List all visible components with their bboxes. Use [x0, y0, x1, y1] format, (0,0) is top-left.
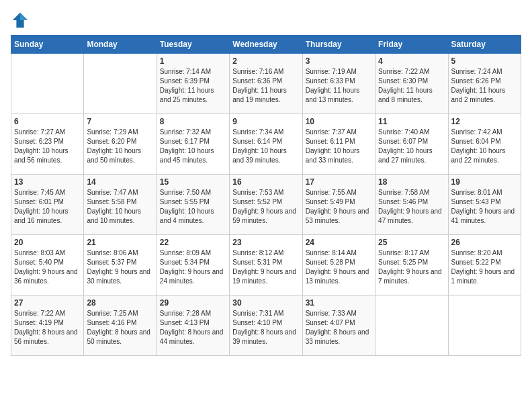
- day-number: 30: [232, 298, 299, 308]
- calendar-cell: [375, 295, 448, 356]
- day-info: Sunrise: 7:58 AM Sunset: 5:46 PM Dayligh…: [378, 188, 445, 226]
- day-info: Sunrise: 8:17 AM Sunset: 5:25 PM Dayligh…: [378, 248, 445, 286]
- calendar-cell: 13Sunrise: 7:45 AM Sunset: 6:01 PM Dayli…: [11, 175, 84, 235]
- day-info: Sunrise: 7:55 AM Sunset: 5:49 PM Dayligh…: [306, 188, 372, 226]
- day-number: 24: [306, 238, 372, 247]
- day-number: 10: [306, 117, 372, 126]
- calendar-cell: 1Sunrise: 7:14 AM Sunset: 6:39 PM Daylig…: [157, 54, 229, 114]
- calendar-week-row: 1Sunrise: 7:14 AM Sunset: 6:39 PM Daylig…: [11, 54, 521, 114]
- day-info: Sunrise: 7:34 AM Sunset: 6:14 PM Dayligh…: [232, 128, 299, 165]
- calendar-cell: 23Sunrise: 8:12 AM Sunset: 5:31 PM Dayli…: [230, 235, 302, 295]
- day-info: Sunrise: 7:37 AM Sunset: 6:11 PM Dayligh…: [306, 128, 372, 165]
- day-number: 31: [306, 298, 372, 308]
- day-number: 4: [378, 56, 445, 66]
- day-number: 16: [232, 177, 299, 187]
- day-info: Sunrise: 7:33 AM Sunset: 4:07 PM Dayligh…: [306, 309, 372, 347]
- day-number: 28: [87, 298, 153, 308]
- weekday-header: Wednesday: [230, 36, 302, 54]
- day-number: 23: [232, 238, 299, 247]
- day-info: Sunrise: 7:53 AM Sunset: 5:52 PM Dayligh…: [232, 188, 299, 226]
- day-number: 11: [378, 117, 445, 126]
- calendar-cell: 14Sunrise: 7:47 AM Sunset: 5:58 PM Dayli…: [84, 175, 157, 235]
- day-number: 27: [14, 298, 81, 308]
- page-header: [11, 11, 521, 30]
- weekday-header: Friday: [375, 36, 448, 54]
- day-info: Sunrise: 7:19 AM Sunset: 6:33 PM Dayligh…: [306, 67, 372, 105]
- weekday-header: Monday: [84, 36, 157, 54]
- calendar-cell: 9Sunrise: 7:34 AM Sunset: 6:14 PM Daylig…: [230, 114, 302, 175]
- calendar-cell: 16Sunrise: 7:53 AM Sunset: 5:52 PM Dayli…: [230, 175, 302, 235]
- calendar-cell: 3Sunrise: 7:19 AM Sunset: 6:33 PM Daylig…: [302, 54, 375, 114]
- day-number: 13: [14, 177, 81, 187]
- weekday-header: Sunday: [11, 36, 84, 54]
- calendar-cell: 28Sunrise: 7:25 AM Sunset: 4:16 PM Dayli…: [84, 295, 157, 356]
- calendar-cell: [11, 54, 84, 114]
- weekday-header: Thursday: [302, 36, 375, 54]
- svg-marker-1: [20, 13, 28, 20]
- day-number: 20: [14, 238, 81, 247]
- calendar-cell: 11Sunrise: 7:40 AM Sunset: 6:07 PM Dayli…: [375, 114, 448, 175]
- calendar-cell: 5Sunrise: 7:24 AM Sunset: 6:26 PM Daylig…: [448, 54, 521, 114]
- calendar-cell: 27Sunrise: 7:22 AM Sunset: 4:19 PM Dayli…: [11, 295, 84, 356]
- calendar-cell: 4Sunrise: 7:22 AM Sunset: 6:30 PM Daylig…: [375, 54, 448, 114]
- day-number: 5: [451, 56, 518, 66]
- calendar-header: SundayMondayTuesdayWednesdayThursdayFrid…: [11, 36, 521, 54]
- weekday-header: Tuesday: [157, 36, 229, 54]
- day-info: Sunrise: 7:45 AM Sunset: 6:01 PM Dayligh…: [14, 188, 81, 226]
- day-number: 14: [87, 177, 153, 187]
- day-number: 19: [451, 177, 518, 187]
- day-info: Sunrise: 7:32 AM Sunset: 6:17 PM Dayligh…: [160, 128, 226, 165]
- day-info: Sunrise: 7:28 AM Sunset: 4:13 PM Dayligh…: [160, 309, 226, 347]
- day-info: Sunrise: 7:16 AM Sunset: 6:36 PM Dayligh…: [232, 67, 299, 105]
- day-info: Sunrise: 7:31 AM Sunset: 4:10 PM Dayligh…: [232, 309, 299, 347]
- day-number: 12: [451, 117, 518, 126]
- calendar-cell: 7Sunrise: 7:29 AM Sunset: 6:20 PM Daylig…: [84, 114, 157, 175]
- day-number: 1: [160, 56, 226, 66]
- day-number: 8: [160, 117, 226, 126]
- calendar-table: SundayMondayTuesdayWednesdayThursdayFrid…: [11, 35, 521, 356]
- calendar-cell: 10Sunrise: 7:37 AM Sunset: 6:11 PM Dayli…: [302, 114, 375, 175]
- day-number: 21: [87, 238, 153, 247]
- day-info: Sunrise: 8:12 AM Sunset: 5:31 PM Dayligh…: [232, 248, 299, 286]
- calendar-cell: [84, 54, 157, 114]
- calendar-cell: 22Sunrise: 8:09 AM Sunset: 5:34 PM Dayli…: [157, 235, 229, 295]
- day-number: 2: [232, 56, 299, 66]
- weekday-header: Saturday: [448, 36, 521, 54]
- day-info: Sunrise: 7:42 AM Sunset: 6:04 PM Dayligh…: [451, 128, 518, 165]
- logo: [11, 11, 32, 30]
- calendar-cell: 31Sunrise: 7:33 AM Sunset: 4:07 PM Dayli…: [302, 295, 375, 356]
- day-info: Sunrise: 8:01 AM Sunset: 5:43 PM Dayligh…: [451, 188, 518, 226]
- calendar-cell: 12Sunrise: 7:42 AM Sunset: 6:04 PM Dayli…: [448, 114, 521, 175]
- day-info: Sunrise: 7:47 AM Sunset: 5:58 PM Dayligh…: [87, 188, 153, 226]
- calendar-cell: 26Sunrise: 8:20 AM Sunset: 5:22 PM Dayli…: [448, 235, 521, 295]
- day-info: Sunrise: 7:25 AM Sunset: 4:16 PM Dayligh…: [87, 309, 153, 347]
- calendar-week-row: 6Sunrise: 7:27 AM Sunset: 6:23 PM Daylig…: [11, 114, 521, 175]
- day-number: 22: [160, 238, 226, 247]
- calendar-cell: 2Sunrise: 7:16 AM Sunset: 6:36 PM Daylig…: [230, 54, 302, 114]
- day-number: 26: [451, 238, 518, 247]
- day-number: 3: [306, 56, 372, 66]
- day-number: 15: [160, 177, 226, 187]
- day-info: Sunrise: 8:06 AM Sunset: 5:37 PM Dayligh…: [87, 248, 153, 286]
- day-info: Sunrise: 7:14 AM Sunset: 6:39 PM Dayligh…: [160, 67, 226, 105]
- day-info: Sunrise: 7:50 AM Sunset: 5:55 PM Dayligh…: [160, 188, 226, 226]
- calendar-week-row: 13Sunrise: 7:45 AM Sunset: 6:01 PM Dayli…: [11, 175, 521, 235]
- logo-icon: [11, 11, 30, 30]
- day-number: 7: [87, 117, 153, 126]
- day-info: Sunrise: 7:40 AM Sunset: 6:07 PM Dayligh…: [378, 128, 445, 165]
- calendar-week-row: 27Sunrise: 7:22 AM Sunset: 4:19 PM Dayli…: [11, 295, 521, 356]
- day-number: 6: [14, 117, 81, 126]
- calendar-cell: 6Sunrise: 7:27 AM Sunset: 6:23 PM Daylig…: [11, 114, 84, 175]
- calendar-cell: [448, 295, 521, 356]
- calendar-cell: 20Sunrise: 8:03 AM Sunset: 5:40 PM Dayli…: [11, 235, 84, 295]
- calendar-cell: 17Sunrise: 7:55 AM Sunset: 5:49 PM Dayli…: [302, 175, 375, 235]
- day-number: 29: [160, 298, 226, 308]
- calendar-cell: 30Sunrise: 7:31 AM Sunset: 4:10 PM Dayli…: [230, 295, 302, 356]
- day-number: 17: [306, 177, 372, 187]
- calendar-cell: 15Sunrise: 7:50 AM Sunset: 5:55 PM Dayli…: [157, 175, 229, 235]
- day-info: Sunrise: 7:22 AM Sunset: 6:30 PM Dayligh…: [378, 67, 445, 105]
- calendar-cell: 21Sunrise: 8:06 AM Sunset: 5:37 PM Dayli…: [84, 235, 157, 295]
- calendar-cell: 18Sunrise: 7:58 AM Sunset: 5:46 PM Dayli…: [375, 175, 448, 235]
- day-info: Sunrise: 8:09 AM Sunset: 5:34 PM Dayligh…: [160, 248, 226, 286]
- day-number: 25: [378, 238, 445, 247]
